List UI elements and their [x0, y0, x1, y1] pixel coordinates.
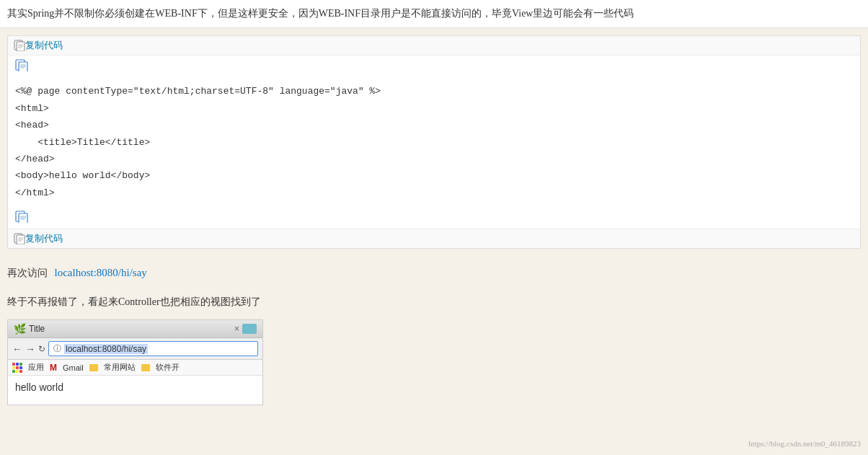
browser-address-text: localhost:8080/hi/say — [64, 344, 148, 354]
browser-lock-icon: ⓘ — [53, 343, 61, 354]
gmail-m-icon: M — [50, 363, 57, 373]
browser-tab-color-block — [242, 324, 257, 334]
browser-refresh-btn[interactable]: ↻ — [38, 344, 45, 354]
visit-prefix: 再次访问 — [7, 268, 48, 278]
code-block: 复制代码 <%@ page contentType="text/html;cha… — [7, 35, 861, 249]
copy-top-label[interactable]: 复制代码 — [25, 39, 63, 52]
copy-top-bar[interactable]: 复制代码 — [8, 36, 860, 56]
copy-icon-svg-top — [15, 58, 30, 71]
result-text: 终于不再报错了，看起来Controller也把相应的视图找到了 — [0, 286, 868, 314]
copy-top-icon — [14, 40, 25, 51]
browser-bookmarks-bar: 应用 M Gmail 常用网站 软件开 — [8, 360, 262, 376]
folder-icon-1 — [89, 364, 98, 371]
browser-address-field[interactable]: ⓘ localhost:8080/hi/say — [48, 341, 258, 356]
browser-preview: 🌿 Title × ← → ↻ ⓘ localhost:8080/hi/say … — [7, 319, 263, 405]
bookmark-apps-label[interactable]: 应用 — [28, 362, 44, 373]
copy-icon-top — [8, 56, 860, 77]
browser-back-btn[interactable]: ← — [12, 343, 22, 355]
browser-titlebar: 🌿 Title × — [8, 320, 262, 338]
folder-icon-2 — [141, 364, 150, 371]
code-content: <%@ page contentType="text/html;charset=… — [8, 77, 860, 207]
visit-section: 再次访问 localhost:8080/hi/say — [0, 256, 868, 286]
watermark-text: https://blog.csdn.net/m0_46189823 — [748, 439, 861, 448]
copy-icon-svg-bottom — [15, 210, 30, 223]
browser-addressbar: ← → ↻ ⓘ localhost:8080/hi/say — [8, 338, 262, 360]
apps-grid-icon[interactable] — [12, 363, 22, 373]
browser-close-btn[interactable]: × — [234, 324, 239, 334]
copy-bottom-bar[interactable]: 复制代码 — [8, 229, 860, 248]
bookmark-websites-label[interactable]: 常用网站 — [104, 362, 136, 373]
intro-text: 其实Spring并不限制你必须创建在WEB-INF下，但是这样更安全，因为WEB… — [0, 0, 868, 28]
browser-forward-btn[interactable]: → — [25, 343, 35, 355]
bookmark-software-label[interactable]: 软件开 — [156, 362, 180, 373]
bookmark-gmail-label[interactable]: Gmail — [63, 363, 84, 372]
browser-tab-title: Title — [29, 324, 231, 334]
copy-icon-bottom — [8, 207, 860, 229]
copy-bottom-label[interactable]: 复制代码 — [25, 232, 63, 245]
browser-favicon-icon: 🌿 — [14, 323, 26, 335]
copy-bottom-icon — [14, 233, 25, 244]
visit-url[interactable]: localhost:8080/hi/say — [55, 267, 147, 278]
browser-content: hello world — [8, 376, 262, 405]
